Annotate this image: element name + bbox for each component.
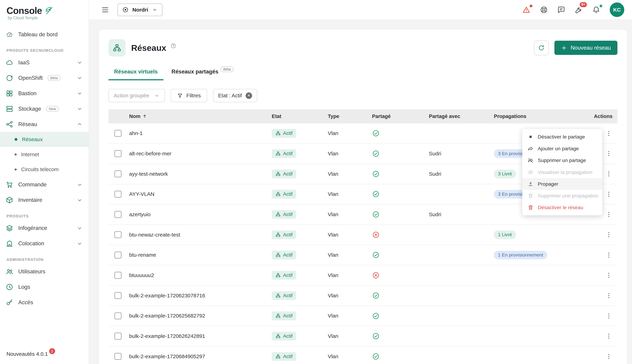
- network-name[interactable]: btu-newaz-create-test: [129, 232, 180, 238]
- network-icon: [275, 212, 281, 217]
- sidebar-nav: Tableau de bordPRODUITS SECNUMCLOUDIaaSO…: [0, 24, 89, 345]
- sidebar-item-inventaire[interactable]: Inventaire: [0, 192, 89, 208]
- sidebar-item-stockage[interactable]: StockageNew: [0, 101, 89, 116]
- row-actions-button[interactable]: [605, 231, 612, 238]
- network-icon: [113, 44, 121, 52]
- network-name[interactable]: bulk-2-example-1720626242891: [129, 333, 205, 339]
- row-actions-button[interactable]: [605, 170, 612, 178]
- new-network-label: Nouveau réseau: [571, 45, 611, 51]
- sidebar-item-logs[interactable]: Logs: [0, 279, 89, 295]
- refresh-button[interactable]: [534, 40, 549, 55]
- network-name[interactable]: ayy-test-network: [129, 171, 168, 177]
- row-checkbox[interactable]: [114, 191, 121, 198]
- menu-item-supprimer-un-partage[interactable]: Supprimer un partage: [522, 154, 602, 166]
- row-actions-button[interactable]: [605, 312, 612, 320]
- network-name[interactable]: bulk-2-example-1720623078716: [129, 293, 205, 298]
- sidebar-item-colocation[interactable]: Colocation: [0, 236, 89, 251]
- refresh-icon: [538, 44, 545, 51]
- network-type: Vlan: [328, 150, 338, 156]
- row-actions-button[interactable]: [605, 292, 612, 299]
- menu-item-desactiver-le-reseau[interactable]: Désactiver le réseau: [522, 202, 602, 214]
- sidebar-subitem-reseaux[interactable]: Réseaux: [0, 132, 89, 147]
- table-row: bulk-2-example-1720625682792ActifVlan: [108, 306, 617, 326]
- column-header-partage-avec[interactable]: Partagé avec: [427, 114, 492, 119]
- row-actions-button[interactable]: [605, 272, 612, 279]
- row-checkbox[interactable]: [114, 170, 121, 177]
- row-actions-button[interactable]: [605, 211, 612, 218]
- row-checkbox[interactable]: [114, 130, 121, 137]
- sidebar-subitem-label: Internet: [21, 152, 39, 158]
- row-actions-button[interactable]: [605, 190, 612, 198]
- menu-item-propager[interactable]: Propager: [522, 178, 602, 190]
- logo-title: Console: [7, 5, 42, 16]
- sidebar-subitem-internet[interactable]: Internet: [0, 147, 89, 162]
- menu-item-desactiver-le-partage[interactable]: Désactiver le partage: [522, 131, 602, 143]
- network-icon: [275, 192, 281, 197]
- sidebar-item-utilisateurs[interactable]: Utilisateurs: [0, 264, 89, 279]
- chevron-up-icon: [76, 121, 83, 128]
- row-checkbox[interactable]: [114, 252, 121, 258]
- whats-new-link[interactable]: Nouveautés 4.0.1 1: [0, 346, 89, 364]
- network-name[interactable]: bulk-2-example-1720625682792: [129, 313, 205, 319]
- row-actions-button[interactable]: [605, 150, 612, 157]
- network-icon: [275, 293, 281, 298]
- filters-button[interactable]: Filtres: [171, 89, 207, 102]
- shared-error-icon: [372, 272, 380, 279]
- row-checkbox[interactable]: [114, 231, 121, 238]
- network-name[interactable]: ahn-1: [129, 130, 143, 136]
- tab-virtual-networks[interactable]: Réseaux virtuels: [108, 64, 163, 80]
- sidebar-subitem-circuits-telecom[interactable]: Circuits telecom: [0, 162, 89, 177]
- row-actions-button[interactable]: [605, 252, 612, 259]
- sidebar-item-tableau-de-bord[interactable]: Tableau de bord: [0, 27, 89, 42]
- column-header-nom[interactable]: Nom: [127, 114, 270, 119]
- remove-filter-icon[interactable]: ✕: [246, 92, 252, 99]
- row-checkbox[interactable]: [114, 292, 121, 299]
- feedback-icon[interactable]: [557, 6, 565, 14]
- row-checkbox[interactable]: [114, 272, 121, 278]
- column-header-propagations[interactable]: Propagations: [492, 114, 586, 119]
- network-icon: [275, 232, 281, 238]
- network-name[interactable]: azertyuio: [129, 212, 151, 218]
- row-checkbox[interactable]: [114, 312, 121, 319]
- help-icon[interactable]: [540, 6, 548, 14]
- network-name[interactable]: AYY-VLAN: [129, 191, 154, 197]
- sidebar-item-commande[interactable]: Commande: [0, 177, 89, 192]
- sidebar-item-infogerance[interactable]: Infogérance: [0, 220, 89, 236]
- sidebar-item-acces[interactable]: Accès: [0, 295, 89, 310]
- logo[interactable]: Console by Cloud Temple: [0, 0, 89, 24]
- column-header-type[interactable]: Type: [326, 114, 370, 119]
- organization-selector[interactable]: Nordri: [117, 4, 162, 16]
- row-actions-button[interactable]: [605, 130, 612, 137]
- alert-icon[interactable]: [522, 6, 530, 14]
- tab-shared-networks[interactable]: Réseaux partagésBêta: [166, 64, 239, 80]
- bulk-action-select[interactable]: Action groupée: [108, 89, 165, 102]
- tools-icon[interactable]: 9+: [575, 6, 583, 14]
- sidebar-item-openshift[interactable]: OpenShiftBêta: [0, 70, 89, 86]
- row-checkbox[interactable]: [114, 211, 121, 218]
- question-icon[interactable]: [170, 43, 176, 49]
- item-badge: Bêta: [48, 75, 61, 81]
- bullet-icon: [15, 168, 17, 170]
- row-actions-button[interactable]: [605, 332, 612, 340]
- menu-item-ajouter-un-partage[interactable]: Ajouter un partage: [522, 143, 602, 154]
- bell-icon[interactable]: [592, 6, 600, 14]
- new-network-button[interactable]: Nouveau réseau: [554, 41, 617, 55]
- network-name[interactable]: btuuuuuu2: [129, 272, 154, 278]
- sidebar-item-bastion[interactable]: Bastion: [0, 86, 89, 101]
- row-checkbox[interactable]: [114, 353, 121, 360]
- column-header-etat[interactable]: Etat: [270, 114, 326, 119]
- network-name[interactable]: bulk-2-example-1720684905297: [129, 354, 205, 360]
- row-checkbox[interactable]: [114, 332, 121, 340]
- hamburger-icon[interactable]: [101, 6, 109, 14]
- sidebar-item-reseau[interactable]: Réseau: [0, 116, 89, 132]
- network-name[interactable]: btu-rename: [129, 252, 156, 258]
- row-checkbox[interactable]: [114, 150, 121, 157]
- avatar[interactable]: KC: [610, 2, 624, 17]
- propagation-badge: 1 En provisionnement: [494, 251, 547, 260]
- row-actions-button[interactable]: [605, 353, 612, 360]
- network-name[interactable]: alt-rec-before-mer: [129, 150, 171, 156]
- column-header-partage[interactable]: Partagé: [370, 114, 427, 119]
- notification-dot: [530, 4, 532, 7]
- sidebar-item-iaas[interactable]: IaaS: [0, 55, 89, 70]
- topbar-icons: 9+KC: [522, 2, 624, 17]
